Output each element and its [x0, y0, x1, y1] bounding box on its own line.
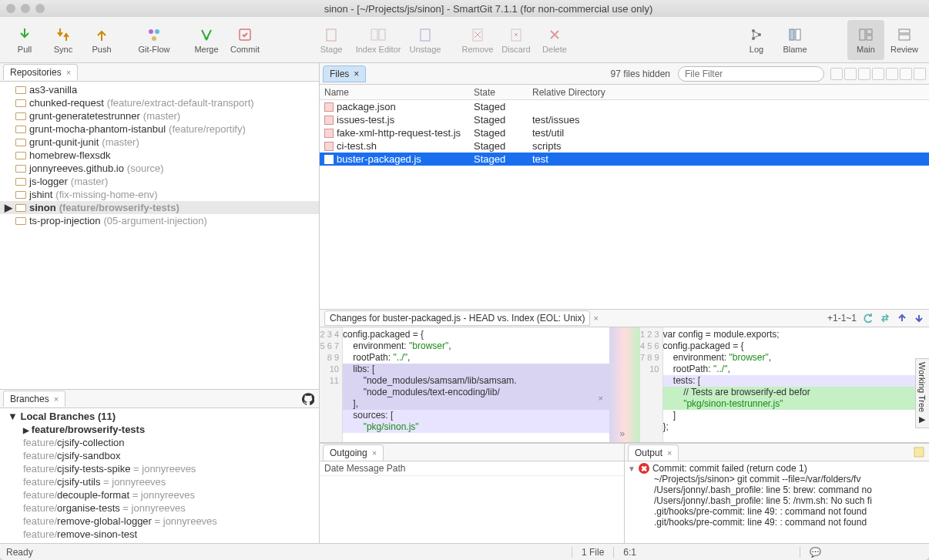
- close-window-icon[interactable]: [6, 4, 15, 13]
- close-icon[interactable]: ×: [593, 314, 598, 323]
- repositories-list[interactable]: as3-vanilla chunked-request (feature/ext…: [0, 82, 319, 389]
- refresh-icon[interactable]: [863, 313, 874, 324]
- working-tree-label[interactable]: Working Tree ▶: [915, 358, 929, 428]
- close-icon[interactable]: ×: [354, 69, 359, 79]
- branch-item[interactable]: feature/browserify-tests: [0, 423, 319, 436]
- log-button[interactable]: Log: [738, 20, 775, 60]
- minimize-window-icon[interactable]: [21, 4, 30, 13]
- output-tab[interactable]: Output ×: [628, 444, 679, 461]
- filter-toggle-icon[interactable]: [830, 68, 843, 80]
- push-button[interactable]: Push: [83, 20, 120, 60]
- repo-icon: [15, 165, 26, 173]
- output-error-line[interactable]: ▼ ✖ Commit: commit failed (return code 1…: [628, 463, 926, 474]
- repo-item[interactable]: jshint (fix-missing-home-env): [0, 188, 319, 201]
- repo-item[interactable]: js-logger (master): [0, 175, 319, 188]
- blame-button[interactable]: Blame: [776, 20, 813, 60]
- col-state[interactable]: State: [474, 87, 532, 98]
- file-view-toggles: [830, 68, 926, 80]
- filter-toggle-icon[interactable]: [914, 68, 926, 80]
- close-icon[interactable]: ×: [667, 448, 672, 458]
- repo-item[interactable]: grunt-mocha-phantom-istanbul (feature/re…: [0, 122, 319, 136]
- collapse-icon[interactable]: ▼: [628, 464, 636, 473]
- review-perspective-button[interactable]: Review: [886, 20, 923, 60]
- file-row[interactable]: issues-test.jsStagedtest/issues: [320, 113, 929, 126]
- close-icon[interactable]: ×: [66, 68, 71, 77]
- branch-item[interactable]: feature/remove-sinon-test: [0, 528, 319, 541]
- changes-tab[interactable]: Changes for buster-packaged.js - HEAD vs…: [324, 310, 590, 326]
- branch-group[interactable]: ▼ Local Branches (11): [0, 410, 319, 423]
- file-row[interactable]: fake-xml-http-request-test.jsStagedtest/…: [320, 126, 929, 139]
- repo-item[interactable]: as3-vanilla: [0, 83, 319, 96]
- unstage-button[interactable]: Unstage: [407, 20, 444, 60]
- filter-toggle-icon[interactable]: [872, 68, 884, 80]
- files-tab[interactable]: Files ×: [323, 65, 366, 82]
- branch-item[interactable]: feature/organise-tests = jonnyreeves: [0, 501, 319, 515]
- branches-list[interactable]: ▼ Local Branches (11) feature/browserify…: [0, 408, 319, 543]
- file-filter-input[interactable]: [678, 66, 824, 82]
- svg-rect-24: [914, 448, 924, 457]
- output-body[interactable]: ▼ ✖ Commit: commit failed (return code 1…: [625, 461, 929, 543]
- repo-icon: [15, 112, 26, 120]
- prev-change-icon[interactable]: [897, 313, 907, 324]
- repositories-tab[interactable]: Repositories ×: [3, 64, 78, 80]
- repo-item[interactable]: jonnyreeves.github.io (source): [0, 162, 319, 175]
- zoom-window-icon[interactable]: [35, 4, 45, 13]
- titlebar: sinon - [~/Projects/js/sinon] - SmartGit…: [0, 0, 929, 17]
- outgoing-panel: Outgoing × Date Message Path: [320, 443, 625, 543]
- repo-item[interactable]: chunked-request (feature/extract-default…: [0, 96, 319, 109]
- repo-item[interactable]: grunt-generatetestrunner (master): [0, 109, 319, 122]
- branch-item[interactable]: feature/remove-global-logger = jonnyreev…: [0, 515, 319, 528]
- chevron-right-icon[interactable]: »: [620, 428, 625, 439]
- github-icon[interactable]: [302, 393, 314, 405]
- diff-left-pane[interactable]: 2 3 4 5 6 7 8 9 10 11 config.packaged = …: [320, 327, 609, 442]
- file-icon: [324, 102, 334, 112]
- close-icon[interactable]: ×: [54, 394, 59, 404]
- col-name[interactable]: Name: [320, 87, 474, 98]
- note-icon[interactable]: [914, 447, 924, 458]
- branch-item[interactable]: feature/cjsify-tests-spike = jonnyreeves: [0, 462, 319, 475]
- branch-item[interactable]: feature/cjsify-collection: [0, 436, 319, 449]
- merge-button[interactable]: Merge: [188, 20, 225, 60]
- col-dir[interactable]: Relative Directory: [532, 87, 929, 98]
- index-editor-button[interactable]: Index Editor: [351, 20, 405, 60]
- file-row[interactable]: package.jsonStaged: [320, 100, 929, 113]
- main-perspective-button[interactable]: Main: [847, 20, 884, 60]
- branch-item[interactable]: feature/decouple-format = jonnyreeves: [0, 488, 319, 501]
- filter-toggle-icon[interactable]: [844, 68, 857, 80]
- repo-item[interactable]: ts-prop-injection (05-argument-injection…: [0, 214, 319, 227]
- discard-button[interactable]: Discard: [498, 20, 535, 60]
- chat-icon[interactable]: 💬: [800, 547, 830, 558]
- main-toolbar: Pull Sync Push Git-Flow Merge Commit Sta…: [0, 17, 929, 63]
- window-controls: [6, 4, 45, 13]
- diff-right-pane[interactable]: 1 2 3 4 5 6 7 8 9 10 var config = module…: [640, 327, 930, 442]
- swap-icon[interactable]: [880, 313, 890, 324]
- bottom-panels: Outgoing × Date Message Path Output ×: [320, 443, 929, 543]
- stage-button[interactable]: Stage: [313, 20, 350, 60]
- status-cursor-pos: 6:1: [613, 547, 646, 558]
- remove-button[interactable]: Remove: [459, 20, 496, 60]
- diff-view[interactable]: 2 3 4 5 6 7 8 9 10 11 config.packaged = …: [320, 327, 929, 443]
- close-icon[interactable]: ×: [599, 394, 603, 403]
- filter-toggle-icon[interactable]: [886, 68, 898, 80]
- repo-icon: [15, 126, 26, 133]
- close-icon[interactable]: ×: [372, 448, 377, 458]
- next-change-icon[interactable]: [914, 313, 924, 324]
- repo-item[interactable]: grunt-qunit-junit (master): [0, 136, 319, 149]
- branches-tab[interactable]: Branches ×: [3, 391, 65, 407]
- gitflow-button[interactable]: Git-Flow: [136, 20, 173, 60]
- repo-item[interactable]: homebrew-flexsdk: [0, 149, 319, 162]
- repositories-tabbar: Repositories ×: [0, 63, 319, 82]
- file-row[interactable]: buster-packaged.jsStagedtest: [320, 153, 929, 166]
- file-row[interactable]: ci-test.shStagedscripts: [320, 139, 929, 153]
- commit-button[interactable]: Commit: [226, 20, 263, 60]
- delete-button[interactable]: Delete: [536, 20, 573, 60]
- files-table[interactable]: package.jsonStagedissues-test.jsStagedte…: [320, 100, 929, 166]
- filter-toggle-icon[interactable]: [900, 68, 912, 80]
- branch-item[interactable]: feature/cjsify-utils = jonnyreeves: [0, 475, 319, 488]
- pull-button[interactable]: Pull: [6, 20, 43, 60]
- outgoing-tab[interactable]: Outgoing ×: [323, 444, 384, 461]
- branch-item[interactable]: feature/cjsify-sandbox: [0, 449, 319, 462]
- sync-button[interactable]: Sync: [45, 20, 82, 60]
- repo-item[interactable]: ▶ sinon (feature/browserify-tests): [0, 201, 319, 214]
- filter-toggle-icon[interactable]: [858, 68, 870, 80]
